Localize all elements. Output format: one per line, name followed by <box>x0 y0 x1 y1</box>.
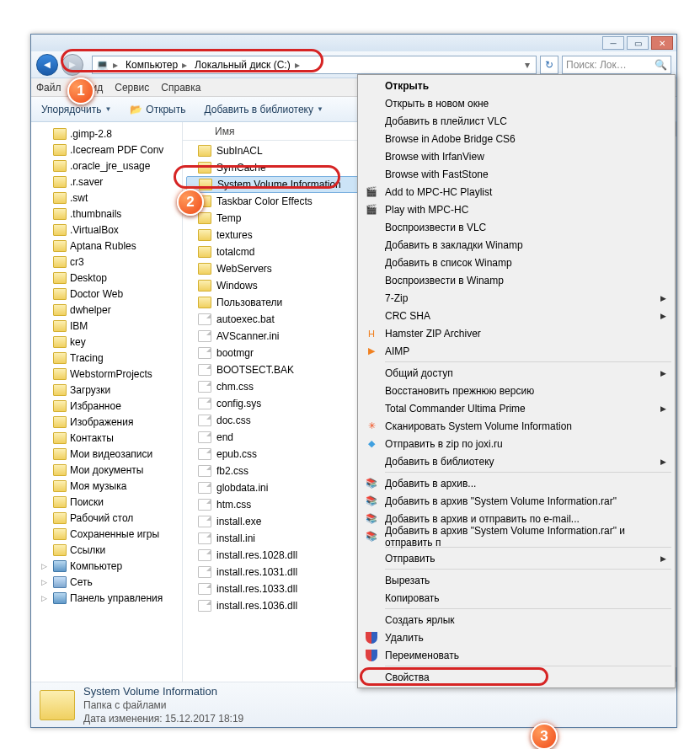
context-menu-item[interactable]: Вырезать <box>360 571 673 589</box>
refresh-button[interactable]: ↻ <box>540 56 558 74</box>
tree-item[interactable]: .oracle_jre_usage <box>31 158 182 174</box>
crumb-disk[interactable]: Локальный диск (C:) <box>195 59 291 71</box>
tree-label: Aptana Rubles <box>70 240 136 252</box>
context-menu-item[interactable]: Добавить в библиотеку▶ <box>360 452 673 470</box>
menu-label: Копировать <box>385 592 440 604</box>
context-menu-item[interactable]: 🎬Add to MPC-HC Playlist <box>360 183 673 201</box>
address-bar[interactable]: 💻▸ Компьютер▸ Локальный диск (C:)▸ ▾ <box>92 56 537 74</box>
tree-item[interactable]: IBM <box>31 318 182 334</box>
tree-item[interactable]: WebstormProjects <box>31 366 182 382</box>
address-dropdown[interactable]: ▾ <box>521 59 534 71</box>
open-button[interactable]: 📂Открыть <box>125 102 190 117</box>
tree-item[interactable]: .swt <box>31 190 182 206</box>
tree-item[interactable]: .r.saver <box>31 174 182 190</box>
tree-item[interactable]: Сохраненные игры <box>31 526 182 542</box>
tree-item[interactable]: Рабочий стол <box>31 510 182 526</box>
context-menu-item[interactable]: CRC SHA▶ <box>360 307 673 324</box>
tree-item[interactable]: .VirtualBox <box>31 222 182 238</box>
menu-service[interactable]: Сервис <box>115 82 149 94</box>
folder-icon <box>53 288 67 300</box>
tree-item[interactable]: Поиски <box>31 494 182 510</box>
context-menu-item[interactable]: Total Commander Ultima Prime▶ <box>360 399 673 417</box>
tree-item[interactable]: Моя музыка <box>31 478 182 494</box>
tree-label: dwhelper <box>70 304 111 316</box>
nav-back-button[interactable]: ◄ <box>36 54 58 76</box>
tree-item[interactable]: Мои видеозаписи <box>31 446 182 462</box>
tree-label: Изображения <box>70 416 133 428</box>
folder-icon <box>53 160 67 172</box>
file-icon <box>198 499 211 511</box>
context-menu-item[interactable]: ◆Отправить в zip по joxi.ru <box>360 435 673 452</box>
tree-item[interactable]: .gimp-2.8 <box>31 126 182 142</box>
tree-label: Моя музыка <box>70 480 126 492</box>
tree-item[interactable]: Aptana Rubles <box>31 238 182 254</box>
tree-item[interactable]: dwhelper <box>31 302 182 318</box>
context-menu-item[interactable]: 📚Добавить в архив... <box>360 474 673 492</box>
context-menu-item[interactable]: ✳Сканировать System Volume Information <box>360 417 673 435</box>
close-button[interactable]: ✕ <box>651 36 673 50</box>
maximize-button[interactable]: ▭ <box>627 36 649 50</box>
context-menu-item[interactable]: 📚Добавить в архив "System Volume Informa… <box>360 527 673 545</box>
search-input[interactable]: Поиск: Лок… 🔍 <box>562 56 671 74</box>
context-menu-item[interactable]: Добавить в плейлист VLC <box>360 112 673 130</box>
tree-item[interactable]: Desktop <box>31 270 182 286</box>
menu-label: Добавить в архив и отправить по e-mail..… <box>385 513 580 525</box>
tree-item[interactable]: .Icecream PDF Conv <box>31 142 182 158</box>
tree-item[interactable]: Избранное <box>31 398 182 414</box>
context-menu-item[interactable]: Переименовать <box>360 646 673 664</box>
tree-item[interactable]: Изображения <box>31 414 182 430</box>
context-menu-item[interactable]: Создать ярлык <box>360 611 673 629</box>
file-icon <box>198 431 211 443</box>
tree-item[interactable]: ▷Сеть <box>31 574 182 590</box>
item-label: SymCache <box>216 162 266 174</box>
context-menu-item[interactable]: Копировать <box>360 589 673 607</box>
context-menu-item[interactable]: Отправить▶ <box>360 549 673 567</box>
tree-label: .gimp-2.8 <box>70 128 112 140</box>
menu-help[interactable]: Справка <box>161 82 200 94</box>
tree-item[interactable]: ▷Компьютер <box>31 558 182 574</box>
file-icon <box>198 448 211 460</box>
tree-item[interactable]: cr3 <box>31 254 182 270</box>
context-menu-item[interactable]: HHamster ZIP Archiver <box>360 324 673 342</box>
tree-item[interactable]: Загрузки <box>31 382 182 398</box>
context-menu-item[interactable]: Открыть <box>360 77 673 94</box>
context-menu-item[interactable]: Воспроизвести в Winamp <box>360 271 673 289</box>
tree-item[interactable]: .thumbnails <box>31 206 182 222</box>
tree-item[interactable]: Tracing <box>31 350 182 366</box>
nav-forward-button[interactable]: ► <box>61 54 83 76</box>
context-menu-item[interactable]: 🎬Play with MPC-HC <box>360 201 673 218</box>
context-menu-item[interactable]: Восстановить прежнюю версию <box>360 382 673 399</box>
context-menu-item[interactable]: 📚Добавить в архив "System Volume Informa… <box>360 492 673 510</box>
context-menu-item[interactable]: Свойства <box>360 668 673 686</box>
tree-item[interactable]: key <box>31 334 182 350</box>
folder-icon <box>53 544 67 556</box>
tree-item[interactable]: Контакты <box>31 430 182 446</box>
submenu-arrow-icon: ▶ <box>660 294 666 302</box>
context-menu-item[interactable]: Открыть в новом окне <box>360 94 673 112</box>
tree-item[interactable]: Мои документы <box>31 462 182 478</box>
tree-item[interactable]: Doctor Web <box>31 286 182 302</box>
context-menu-item[interactable]: Добавить в закладки Winamp <box>360 236 673 254</box>
folder-icon <box>53 256 67 268</box>
context-menu-item[interactable]: Общий доступ▶ <box>360 364 673 382</box>
add-library-button[interactable]: Добавить в библиотеку▼ <box>199 102 328 117</box>
context-menu-item[interactable]: Browse with IrfanView <box>360 147 673 165</box>
context-menu-item[interactable]: Browse in Adobe Bridge CS6 <box>360 130 673 147</box>
submenu-arrow-icon: ▶ <box>660 554 666 563</box>
tree-item[interactable]: Ссылки <box>31 542 182 558</box>
context-menu-item[interactable]: Browse with FastStone <box>360 165 673 183</box>
minimize-button[interactable]: ─ <box>602 36 624 50</box>
folder-icon <box>198 263 211 275</box>
context-menu[interactable]: ОткрытьОткрыть в новом окнеДобавить в пл… <box>357 74 676 688</box>
folder-tree[interactable]: .gimp-2.8.Icecream PDF Conv.oracle_jre_u… <box>31 122 183 682</box>
context-menu-item[interactable]: Воспроизвести в VLC <box>360 218 673 236</box>
context-menu-item[interactable]: 7-Zip▶ <box>360 289 673 307</box>
context-menu-item[interactable]: Удалить <box>360 629 673 646</box>
menu-file[interactable]: Файл <box>36 82 61 94</box>
context-menu-item[interactable]: Добавить в список Winamp <box>360 254 673 271</box>
app-icon: 📚 <box>365 512 378 526</box>
tree-item[interactable]: ▷Панель управления <box>31 590 182 606</box>
folder-icon <box>53 512 67 524</box>
crumb-computer[interactable]: Компьютер <box>126 59 178 71</box>
context-menu-item[interactable]: ▶AIMP <box>360 342 673 360</box>
